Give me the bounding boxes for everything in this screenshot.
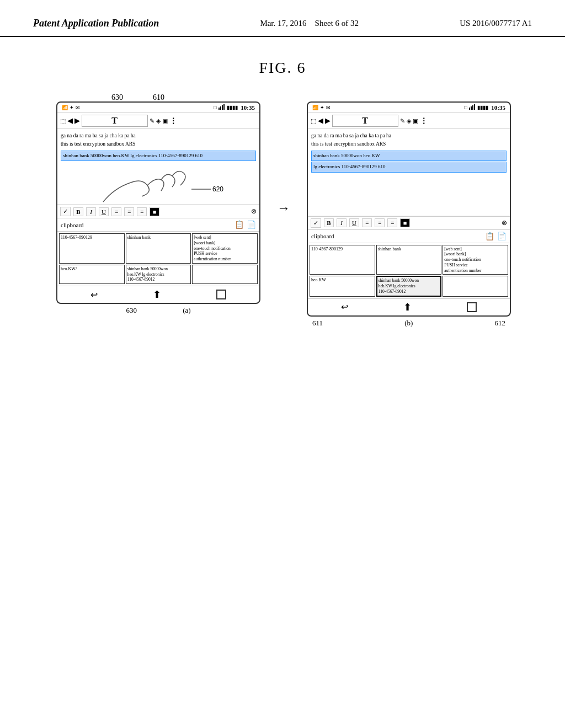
clip-item-a-6[interactable]: [192, 265, 258, 284]
underline-btn-b[interactable]: U: [349, 218, 359, 227]
signal-icon: [218, 104, 225, 111]
phone-b-frame: 📶 ✦ ✉ □: [307, 101, 511, 317]
clip-item-a-3[interactable]: [web sent][woori bank]one-touch notifica…: [192, 233, 258, 264]
clipboard-items-a: 110-4567-890129 shinhan bank [web sent][…: [57, 232, 259, 286]
underline-btn-a[interactable]: U: [99, 207, 109, 216]
phone-a-frame: 📶 ✦ ✉ □: [56, 101, 260, 304]
color-block-a[interactable]: ■: [150, 207, 159, 216]
wifi-icon: 📶: [62, 105, 68, 110]
gps-icon-b: ✦: [320, 105, 324, 110]
align-center-b[interactable]: ≡: [375, 218, 385, 227]
label-630: 630: [111, 93, 123, 102]
phone-a-status-bar: 📶 ✦ ✉ □: [57, 103, 259, 113]
edit-icon-b[interactable]: ✎: [400, 117, 405, 125]
phones-row: 📶 ✦ ✉ □: [56, 101, 509, 328]
clip-item-b-3[interactable]: [web sent][woori bank]one-touch notifica…: [443, 245, 508, 275]
web-line-2-a: this is test encryption sandbox ARS: [61, 140, 256, 148]
phone-a-bottom-nav[interactable]: ↩ ⬆: [57, 286, 259, 303]
status-left-icons: 📶 ✦ ✉: [62, 105, 80, 110]
clip-item-b-2[interactable]: shinhan bank: [376, 245, 442, 275]
bookmark-icon-b[interactable]: ◈: [407, 117, 411, 125]
address-letter: T: [111, 116, 118, 126]
bold-btn-a[interactable]: B: [73, 207, 83, 216]
align-right-a[interactable]: ≡: [137, 207, 147, 216]
time-display-b: 10:35: [491, 104, 505, 111]
hand-svg-b: [308, 178, 510, 216]
sub-b: (b): [404, 319, 413, 328]
bold-btn-b[interactable]: B: [324, 218, 334, 227]
address-bar-b[interactable]: T: [332, 115, 398, 127]
bookmark-icon[interactable]: ◈: [156, 117, 161, 125]
address-letter-b: T: [362, 116, 369, 126]
clip-item-a-5[interactable]: shinhan bank 50000wonheo.KW lg electroni…: [126, 265, 191, 284]
clip-item-b-5[interactable]: shinhan bank 50000wonheb.KW lg electroni…: [376, 276, 442, 296]
phone-b-bottom-nav[interactable]: ↩ ⬆: [308, 298, 510, 315]
status-right: □ ▮▮▮▮ 10:35: [214, 104, 255, 111]
tabs-icon-b[interactable]: ▣: [413, 117, 418, 125]
more-icon[interactable]: ⋮: [169, 116, 177, 126]
selected-text-a: shinhan bank 50000won heo.KW lg electron…: [61, 151, 256, 162]
figure-title: FIG. 6: [259, 59, 306, 77]
back-icon[interactable]: ◀: [67, 116, 73, 125]
clipboard-icon-a[interactable]: 📋: [234, 220, 244, 229]
align-left-a[interactable]: ≡: [111, 207, 121, 216]
web-line-1-b: ga na da ra ma ba sa ja cha ka ta pa ha: [311, 132, 507, 140]
align-right-b[interactable]: ≡: [387, 218, 397, 227]
sub-label-a: 630 (a): [126, 306, 190, 315]
clip-item-b-4[interactable]: heo.KW: [310, 276, 375, 296]
status-right-b: □ ▮▮▮▮ 10:35: [464, 104, 505, 111]
align-left-b[interactable]: ≡: [362, 218, 372, 227]
clipboard-icons-b: 📋 📄: [485, 232, 507, 241]
check-btn-a[interactable]: ✓: [60, 207, 71, 216]
phone-a-browser-toolbar[interactable]: ⬚ ◀ ▶ T ✎ ◈ ▣ ⋮: [57, 113, 259, 129]
italic-btn-a[interactable]: I: [86, 207, 96, 216]
back-icon-b[interactable]: ◀: [318, 116, 323, 125]
phone-b-format-toolbar[interactable]: ✓ B I U ≡ ≡ ≡ ■ ⊗: [308, 216, 510, 230]
wifi-icon-b: 📶: [312, 105, 318, 110]
close-format-b[interactable]: ⊗: [502, 219, 507, 227]
clipboard-icon-b[interactable]: 📋: [485, 232, 494, 241]
clip-item-a-2[interactable]: shinhan bank: [126, 233, 191, 264]
header-center: Mar. 17, 2016 Sheet 6 of 32: [260, 17, 359, 30]
patent-number: US 2016/0077717 A1: [460, 19, 532, 28]
home-nav-a[interactable]: ⬆: [153, 288, 161, 301]
edit-icon[interactable]: ✎: [150, 117, 154, 125]
status-left-icons-b: 📶 ✦ ✉: [312, 105, 331, 110]
forward-icon[interactable]: ▶: [74, 116, 80, 125]
clip-item-a-4[interactable]: heo.KW/: [59, 265, 125, 284]
tabs-icon[interactable]: ▣: [162, 117, 168, 125]
header-right: US 2016/0077717 A1: [460, 17, 532, 30]
back-nav-b[interactable]: ↩: [341, 302, 348, 312]
bottom-label-612: 612: [494, 319, 505, 328]
sub-a: (a): [183, 306, 190, 314]
clip-item-b-6[interactable]: [443, 276, 508, 296]
phone-b-web-content: ga na da ra ma ba sa ja cha ka ta pa ha …: [308, 129, 510, 178]
square-nav-a[interactable]: [216, 290, 226, 299]
header-date: Mar. 17, 2016: [260, 19, 306, 28]
close-format-a[interactable]: ⊗: [251, 207, 257, 216]
clipboard-section-a: clipboard 📋 📄: [57, 218, 259, 232]
right-arrow-icon: →: [277, 201, 290, 216]
square-nav-b[interactable]: [467, 302, 477, 312]
screen-icon-b: □: [464, 105, 467, 110]
address-bar-a[interactable]: T: [82, 115, 148, 127]
back-nav-a[interactable]: ↩: [90, 290, 98, 300]
forward-icon-b[interactable]: ▶: [325, 116, 331, 125]
paste-icon-a[interactable]: 📄: [247, 220, 256, 229]
web-selected-area-b: shinhan bank 50000won heo.KW lg electron…: [311, 151, 507, 173]
home-nav-b[interactable]: ⬆: [403, 301, 412, 313]
phone-b-browser-toolbar[interactable]: ⬚ ◀ ▶ T ✎ ◈ ▣ ⋮: [308, 113, 510, 129]
mail-icon-b: ✉: [326, 105, 331, 110]
clip-item-a-1[interactable]: 110-4567-890129: [59, 233, 125, 264]
clip-item-b-1[interactable]: 110-4567-890129: [310, 245, 375, 275]
phone-a-format-toolbar[interactable]: ✓ B I U ≡ ≡ ≡ ■ ⊗: [57, 205, 259, 218]
check-btn-b[interactable]: ✓: [311, 218, 321, 228]
paste-icon-b[interactable]: 📄: [497, 232, 507, 241]
clipboard-label-b: clipboard: [311, 233, 334, 239]
clipboard-icons-a: 📋 📄: [234, 220, 256, 229]
more-icon-b[interactable]: ⋮: [420, 116, 428, 126]
italic-btn-b[interactable]: I: [337, 218, 347, 227]
color-block-b[interactable]: ■: [400, 218, 410, 227]
bottom-label-611: 611: [312, 319, 323, 328]
align-center-a[interactable]: ≡: [124, 207, 134, 216]
